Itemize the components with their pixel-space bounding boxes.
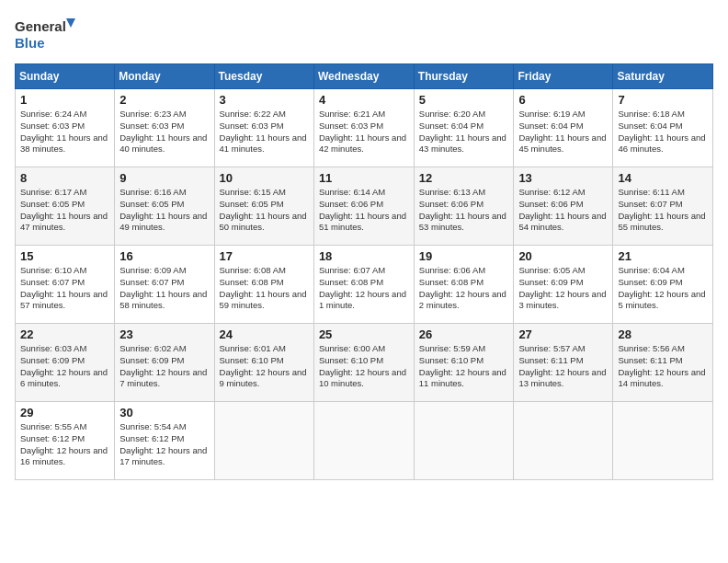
- calendar-cell: 29Sunrise: 5:55 AMSunset: 6:12 PMDayligh…: [16, 402, 115, 480]
- day-detail: Sunrise: 6:04 AMSunset: 6:09 PMDaylight:…: [618, 265, 708, 312]
- calendar-cell: 22Sunrise: 6:03 AMSunset: 6:09 PMDayligh…: [16, 324, 115, 402]
- day-detail: Sunrise: 6:10 AMSunset: 6:07 PMDaylight:…: [20, 265, 109, 312]
- calendar-week-1: 1Sunrise: 6:24 AMSunset: 6:03 PMDaylight…: [16, 89, 713, 167]
- day-detail: Sunrise: 6:15 AMSunset: 6:05 PMDaylight:…: [220, 187, 309, 234]
- day-number: 9: [119, 171, 209, 185]
- calendar-cell: [613, 402, 713, 480]
- day-detail: Sunrise: 5:59 AMSunset: 6:10 PMDaylight:…: [419, 343, 509, 390]
- day-detail: Sunrise: 6:19 AMSunset: 6:04 PMDaylight:…: [518, 109, 608, 155]
- day-detail: Sunrise: 6:17 AMSunset: 6:05 PMDaylight:…: [20, 187, 109, 234]
- day-detail: Sunrise: 6:09 AMSunset: 6:07 PMDaylight:…: [119, 265, 209, 312]
- calendar-cell: 2Sunrise: 6:23 AMSunset: 6:03 PMDaylight…: [115, 89, 214, 167]
- calendar-cell: 25Sunrise: 6:00 AMSunset: 6:10 PMDayligh…: [313, 324, 414, 402]
- day-detail: Sunrise: 6:12 AMSunset: 6:06 PMDaylight:…: [518, 187, 608, 234]
- day-detail: Sunrise: 6:24 AMSunset: 6:03 PMDaylight:…: [20, 109, 109, 155]
- day-detail: Sunrise: 6:11 AMSunset: 6:07 PMDaylight:…: [618, 187, 708, 234]
- day-number: 14: [618, 171, 708, 185]
- day-detail: Sunrise: 6:21 AMSunset: 6:03 PMDaylight:…: [319, 109, 409, 155]
- calendar-cell: 9Sunrise: 6:16 AMSunset: 6:05 PMDaylight…: [115, 167, 214, 246]
- col-header-friday: Friday: [514, 64, 613, 89]
- day-number: 6: [518, 93, 608, 107]
- calendar-cell: 1Sunrise: 6:24 AMSunset: 6:03 PMDaylight…: [16, 89, 115, 167]
- col-header-tuesday: Tuesday: [214, 64, 313, 89]
- calendar-cell: 6Sunrise: 6:19 AMSunset: 6:04 PMDaylight…: [514, 89, 613, 167]
- col-header-saturday: Saturday: [613, 64, 713, 89]
- day-number: 23: [119, 327, 209, 341]
- calendar-cell: [414, 402, 514, 480]
- day-detail: Sunrise: 6:08 AMSunset: 6:08 PMDaylight:…: [220, 265, 309, 312]
- day-number: 8: [20, 171, 109, 185]
- day-detail: Sunrise: 6:01 AMSunset: 6:10 PMDaylight:…: [220, 343, 309, 390]
- calendar-cell: 27Sunrise: 5:57 AMSunset: 6:11 PMDayligh…: [514, 324, 613, 402]
- day-number: 21: [618, 249, 708, 263]
- calendar-cell: 21Sunrise: 6:04 AMSunset: 6:09 PMDayligh…: [613, 246, 713, 324]
- calendar-cell: 13Sunrise: 6:12 AMSunset: 6:06 PMDayligh…: [514, 167, 613, 246]
- day-detail: Sunrise: 6:18 AMSunset: 6:04 PMDaylight:…: [618, 109, 708, 155]
- day-detail: Sunrise: 6:03 AMSunset: 6:09 PMDaylight:…: [20, 343, 109, 390]
- calendar-cell: 8Sunrise: 6:17 AMSunset: 6:05 PMDaylight…: [16, 167, 115, 246]
- day-detail: Sunrise: 5:54 AMSunset: 6:12 PMDaylight:…: [119, 421, 209, 468]
- col-header-wednesday: Wednesday: [313, 64, 414, 89]
- day-number: 26: [419, 327, 509, 341]
- day-number: 4: [319, 93, 409, 107]
- day-number: 15: [20, 249, 109, 263]
- calendar-cell: 19Sunrise: 6:06 AMSunset: 6:08 PMDayligh…: [414, 246, 514, 324]
- day-number: 11: [319, 171, 409, 185]
- calendar-week-5: 29Sunrise: 5:55 AMSunset: 6:12 PMDayligh…: [16, 402, 713, 480]
- logo-svg: General Blue: [15, 15, 79, 56]
- col-header-sunday: Sunday: [16, 64, 115, 89]
- day-detail: Sunrise: 6:14 AMSunset: 6:06 PMDaylight:…: [319, 187, 409, 234]
- calendar-cell: 20Sunrise: 6:05 AMSunset: 6:09 PMDayligh…: [514, 246, 613, 324]
- calendar-cell: 18Sunrise: 6:07 AMSunset: 6:08 PMDayligh…: [313, 246, 414, 324]
- day-number: 22: [20, 327, 109, 341]
- day-number: 19: [419, 249, 509, 263]
- calendar-cell: 14Sunrise: 6:11 AMSunset: 6:07 PMDayligh…: [613, 167, 713, 246]
- day-number: 7: [618, 93, 708, 107]
- calendar-cell: 17Sunrise: 6:08 AMSunset: 6:08 PMDayligh…: [214, 246, 313, 324]
- day-detail: Sunrise: 6:20 AMSunset: 6:04 PMDaylight:…: [419, 109, 509, 155]
- day-detail: Sunrise: 6:00 AMSunset: 6:10 PMDaylight:…: [319, 343, 409, 390]
- calendar-cell: 10Sunrise: 6:15 AMSunset: 6:05 PMDayligh…: [214, 167, 313, 246]
- day-number: 2: [119, 93, 209, 107]
- calendar-cell: [313, 402, 414, 480]
- day-number: 16: [119, 249, 209, 263]
- day-number: 18: [319, 249, 409, 263]
- calendar-cell: 12Sunrise: 6:13 AMSunset: 6:06 PMDayligh…: [414, 167, 514, 246]
- day-number: 28: [618, 327, 708, 341]
- day-detail: Sunrise: 6:22 AMSunset: 6:03 PMDaylight:…: [220, 109, 309, 155]
- day-number: 17: [220, 249, 309, 263]
- day-detail: Sunrise: 5:56 AMSunset: 6:11 PMDaylight:…: [618, 343, 708, 390]
- day-number: 29: [20, 406, 109, 419]
- calendar-table: SundayMondayTuesdayWednesdayThursdayFrid…: [15, 63, 713, 480]
- calendar-cell: 11Sunrise: 6:14 AMSunset: 6:06 PMDayligh…: [313, 167, 414, 246]
- logo: General Blue: [15, 15, 79, 56]
- day-number: 1: [20, 93, 109, 107]
- svg-text:General: General: [15, 18, 66, 34]
- page-header: General Blue: [15, 15, 713, 56]
- calendar-cell: 3Sunrise: 6:22 AMSunset: 6:03 PMDaylight…: [214, 89, 313, 167]
- day-number: 27: [518, 327, 608, 341]
- day-number: 20: [518, 249, 608, 263]
- col-header-thursday: Thursday: [414, 64, 514, 89]
- calendar-cell: 5Sunrise: 6:20 AMSunset: 6:04 PMDaylight…: [414, 89, 514, 167]
- day-detail: Sunrise: 6:13 AMSunset: 6:06 PMDaylight:…: [419, 187, 509, 234]
- calendar-cell: 28Sunrise: 5:56 AMSunset: 6:11 PMDayligh…: [613, 324, 713, 402]
- day-number: 12: [419, 171, 509, 185]
- day-number: 25: [319, 327, 409, 341]
- calendar-cell: [514, 402, 613, 480]
- calendar-header-row: SundayMondayTuesdayWednesdayThursdayFrid…: [16, 64, 713, 89]
- day-number: 24: [220, 327, 309, 341]
- calendar-cell: 26Sunrise: 5:59 AMSunset: 6:10 PMDayligh…: [414, 324, 514, 402]
- col-header-monday: Monday: [115, 64, 214, 89]
- day-detail: Sunrise: 6:06 AMSunset: 6:08 PMDaylight:…: [419, 265, 509, 312]
- calendar-cell: 15Sunrise: 6:10 AMSunset: 6:07 PMDayligh…: [16, 246, 115, 324]
- day-number: 30: [119, 406, 209, 419]
- day-detail: Sunrise: 6:05 AMSunset: 6:09 PMDaylight:…: [518, 265, 608, 312]
- day-detail: Sunrise: 6:02 AMSunset: 6:09 PMDaylight:…: [119, 343, 209, 390]
- day-number: 3: [220, 93, 309, 107]
- calendar-week-3: 15Sunrise: 6:10 AMSunset: 6:07 PMDayligh…: [16, 246, 713, 324]
- day-detail: Sunrise: 6:07 AMSunset: 6:08 PMDaylight:…: [319, 265, 409, 312]
- calendar-cell: 24Sunrise: 6:01 AMSunset: 6:10 PMDayligh…: [214, 324, 313, 402]
- calendar-week-2: 8Sunrise: 6:17 AMSunset: 6:05 PMDaylight…: [16, 167, 713, 246]
- calendar-week-4: 22Sunrise: 6:03 AMSunset: 6:09 PMDayligh…: [16, 324, 713, 402]
